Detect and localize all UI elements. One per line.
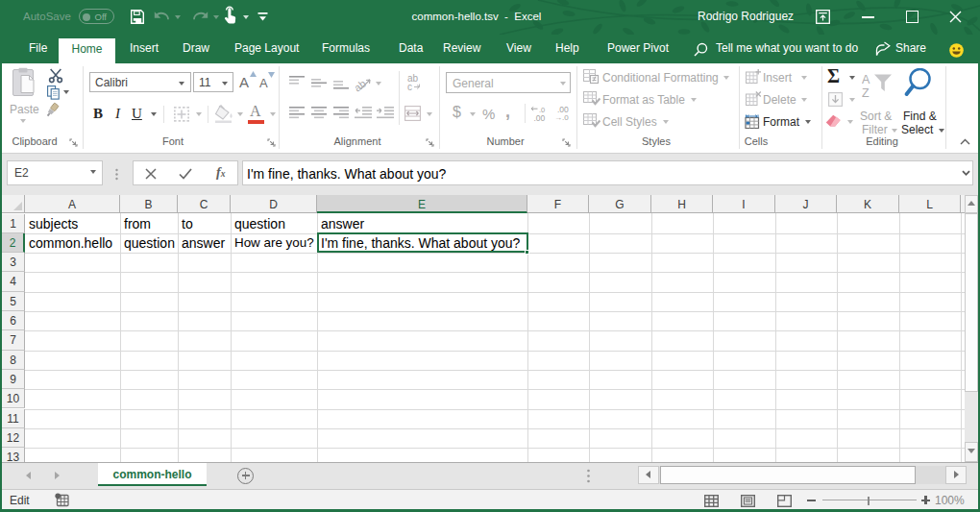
svg-text:.00: .00: [534, 113, 546, 122]
svg-text:A: A: [862, 73, 870, 86]
svg-text:Z: Z: [862, 86, 870, 100]
svg-text:c: c: [407, 82, 412, 91]
svg-text:→.0: →.0: [554, 113, 569, 121]
